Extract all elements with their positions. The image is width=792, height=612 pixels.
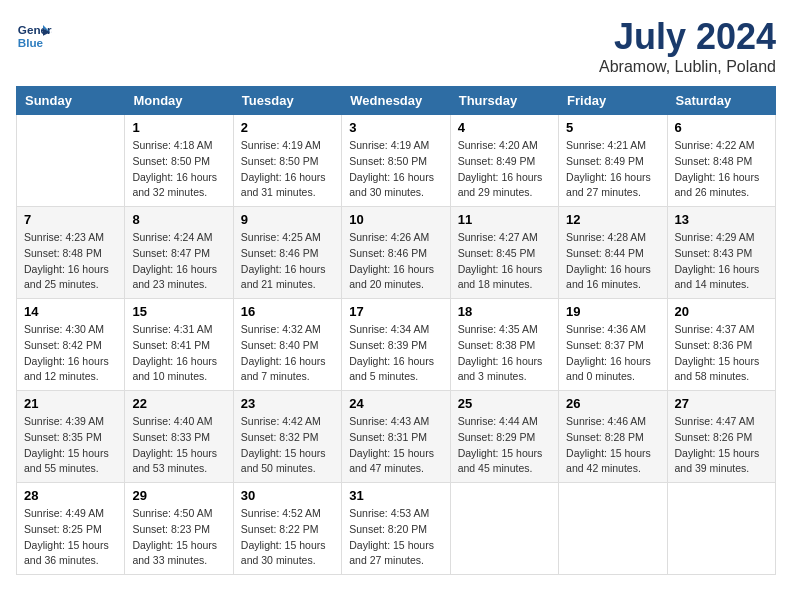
cell-info: Sunrise: 4:31 AMSunset: 8:41 PMDaylight:… — [132, 322, 225, 385]
cell-info: Sunrise: 4:18 AMSunset: 8:50 PMDaylight:… — [132, 138, 225, 201]
cell-info: Sunrise: 4:32 AMSunset: 8:40 PMDaylight:… — [241, 322, 334, 385]
column-header-wednesday: Wednesday — [342, 87, 450, 115]
calendar-cell: 14Sunrise: 4:30 AMSunset: 8:42 PMDayligh… — [17, 299, 125, 391]
cell-info: Sunrise: 4:27 AMSunset: 8:45 PMDaylight:… — [458, 230, 551, 293]
cell-info: Sunrise: 4:29 AMSunset: 8:43 PMDaylight:… — [675, 230, 768, 293]
main-title: July 2024 — [599, 16, 776, 58]
week-row-5: 28Sunrise: 4:49 AMSunset: 8:25 PMDayligh… — [17, 483, 776, 575]
cell-info: Sunrise: 4:43 AMSunset: 8:31 PMDaylight:… — [349, 414, 442, 477]
calendar-cell: 4Sunrise: 4:20 AMSunset: 8:49 PMDaylight… — [450, 115, 558, 207]
cell-info: Sunrise: 4:36 AMSunset: 8:37 PMDaylight:… — [566, 322, 659, 385]
cell-info: Sunrise: 4:46 AMSunset: 8:28 PMDaylight:… — [566, 414, 659, 477]
calendar-cell — [667, 483, 775, 575]
cell-info: Sunrise: 4:44 AMSunset: 8:29 PMDaylight:… — [458, 414, 551, 477]
date-number: 5 — [566, 120, 659, 135]
date-number: 24 — [349, 396, 442, 411]
date-number: 1 — [132, 120, 225, 135]
date-number: 20 — [675, 304, 768, 319]
cell-info: Sunrise: 4:39 AMSunset: 8:35 PMDaylight:… — [24, 414, 117, 477]
calendar-cell: 2Sunrise: 4:19 AMSunset: 8:50 PMDaylight… — [233, 115, 341, 207]
calendar-cell: 17Sunrise: 4:34 AMSunset: 8:39 PMDayligh… — [342, 299, 450, 391]
cell-info: Sunrise: 4:20 AMSunset: 8:49 PMDaylight:… — [458, 138, 551, 201]
cell-info: Sunrise: 4:19 AMSunset: 8:50 PMDaylight:… — [349, 138, 442, 201]
cell-info: Sunrise: 4:21 AMSunset: 8:49 PMDaylight:… — [566, 138, 659, 201]
calendar-cell: 23Sunrise: 4:42 AMSunset: 8:32 PMDayligh… — [233, 391, 341, 483]
calendar-table: SundayMondayTuesdayWednesdayThursdayFrid… — [16, 86, 776, 575]
header: General Blue July 2024 Abramow, Lublin, … — [16, 16, 776, 76]
date-number: 25 — [458, 396, 551, 411]
svg-text:Blue: Blue — [18, 36, 44, 49]
date-number: 2 — [241, 120, 334, 135]
cell-info: Sunrise: 4:53 AMSunset: 8:20 PMDaylight:… — [349, 506, 442, 569]
cell-info: Sunrise: 4:37 AMSunset: 8:36 PMDaylight:… — [675, 322, 768, 385]
date-number: 19 — [566, 304, 659, 319]
week-row-1: 1Sunrise: 4:18 AMSunset: 8:50 PMDaylight… — [17, 115, 776, 207]
calendar-cell — [559, 483, 667, 575]
calendar-cell: 19Sunrise: 4:36 AMSunset: 8:37 PMDayligh… — [559, 299, 667, 391]
calendar-cell: 6Sunrise: 4:22 AMSunset: 8:48 PMDaylight… — [667, 115, 775, 207]
week-row-3: 14Sunrise: 4:30 AMSunset: 8:42 PMDayligh… — [17, 299, 776, 391]
column-header-tuesday: Tuesday — [233, 87, 341, 115]
calendar-cell: 18Sunrise: 4:35 AMSunset: 8:38 PMDayligh… — [450, 299, 558, 391]
date-number: 27 — [675, 396, 768, 411]
calendar-cell: 25Sunrise: 4:44 AMSunset: 8:29 PMDayligh… — [450, 391, 558, 483]
calendar-cell: 13Sunrise: 4:29 AMSunset: 8:43 PMDayligh… — [667, 207, 775, 299]
calendar-cell: 24Sunrise: 4:43 AMSunset: 8:31 PMDayligh… — [342, 391, 450, 483]
date-number: 9 — [241, 212, 334, 227]
calendar-cell: 15Sunrise: 4:31 AMSunset: 8:41 PMDayligh… — [125, 299, 233, 391]
calendar-cell — [17, 115, 125, 207]
cell-info: Sunrise: 4:26 AMSunset: 8:46 PMDaylight:… — [349, 230, 442, 293]
calendar-cell: 10Sunrise: 4:26 AMSunset: 8:46 PMDayligh… — [342, 207, 450, 299]
calendar-cell: 21Sunrise: 4:39 AMSunset: 8:35 PMDayligh… — [17, 391, 125, 483]
date-number: 21 — [24, 396, 117, 411]
date-number: 14 — [24, 304, 117, 319]
cell-info: Sunrise: 4:30 AMSunset: 8:42 PMDaylight:… — [24, 322, 117, 385]
date-number: 15 — [132, 304, 225, 319]
calendar-cell: 11Sunrise: 4:27 AMSunset: 8:45 PMDayligh… — [450, 207, 558, 299]
cell-info: Sunrise: 4:25 AMSunset: 8:46 PMDaylight:… — [241, 230, 334, 293]
calendar-cell: 26Sunrise: 4:46 AMSunset: 8:28 PMDayligh… — [559, 391, 667, 483]
cell-info: Sunrise: 4:28 AMSunset: 8:44 PMDaylight:… — [566, 230, 659, 293]
date-number: 22 — [132, 396, 225, 411]
date-number: 13 — [675, 212, 768, 227]
date-number: 6 — [675, 120, 768, 135]
week-row-2: 7Sunrise: 4:23 AMSunset: 8:48 PMDaylight… — [17, 207, 776, 299]
column-header-friday: Friday — [559, 87, 667, 115]
cell-info: Sunrise: 4:19 AMSunset: 8:50 PMDaylight:… — [241, 138, 334, 201]
column-header-sunday: Sunday — [17, 87, 125, 115]
calendar-cell: 9Sunrise: 4:25 AMSunset: 8:46 PMDaylight… — [233, 207, 341, 299]
header-row: SundayMondayTuesdayWednesdayThursdayFrid… — [17, 87, 776, 115]
date-number: 3 — [349, 120, 442, 135]
calendar-cell: 8Sunrise: 4:24 AMSunset: 8:47 PMDaylight… — [125, 207, 233, 299]
date-number: 26 — [566, 396, 659, 411]
calendar-cell: 1Sunrise: 4:18 AMSunset: 8:50 PMDaylight… — [125, 115, 233, 207]
title-area: July 2024 Abramow, Lublin, Poland — [599, 16, 776, 76]
cell-info: Sunrise: 4:49 AMSunset: 8:25 PMDaylight:… — [24, 506, 117, 569]
date-number: 12 — [566, 212, 659, 227]
cell-info: Sunrise: 4:50 AMSunset: 8:23 PMDaylight:… — [132, 506, 225, 569]
date-number: 18 — [458, 304, 551, 319]
date-number: 7 — [24, 212, 117, 227]
calendar-cell: 29Sunrise: 4:50 AMSunset: 8:23 PMDayligh… — [125, 483, 233, 575]
calendar-cell: 28Sunrise: 4:49 AMSunset: 8:25 PMDayligh… — [17, 483, 125, 575]
date-number: 11 — [458, 212, 551, 227]
column-header-thursday: Thursday — [450, 87, 558, 115]
cell-info: Sunrise: 4:22 AMSunset: 8:48 PMDaylight:… — [675, 138, 768, 201]
date-number: 30 — [241, 488, 334, 503]
cell-info: Sunrise: 4:40 AMSunset: 8:33 PMDaylight:… — [132, 414, 225, 477]
date-number: 16 — [241, 304, 334, 319]
logo-icon: General Blue — [16, 16, 52, 52]
cell-info: Sunrise: 4:35 AMSunset: 8:38 PMDaylight:… — [458, 322, 551, 385]
calendar-cell: 16Sunrise: 4:32 AMSunset: 8:40 PMDayligh… — [233, 299, 341, 391]
calendar-cell: 22Sunrise: 4:40 AMSunset: 8:33 PMDayligh… — [125, 391, 233, 483]
calendar-cell: 3Sunrise: 4:19 AMSunset: 8:50 PMDaylight… — [342, 115, 450, 207]
week-row-4: 21Sunrise: 4:39 AMSunset: 8:35 PMDayligh… — [17, 391, 776, 483]
calendar-cell — [450, 483, 558, 575]
calendar-cell: 12Sunrise: 4:28 AMSunset: 8:44 PMDayligh… — [559, 207, 667, 299]
date-number: 17 — [349, 304, 442, 319]
calendar-cell: 5Sunrise: 4:21 AMSunset: 8:49 PMDaylight… — [559, 115, 667, 207]
date-number: 8 — [132, 212, 225, 227]
subtitle: Abramow, Lublin, Poland — [599, 58, 776, 76]
calendar-cell: 30Sunrise: 4:52 AMSunset: 8:22 PMDayligh… — [233, 483, 341, 575]
calendar-cell: 27Sunrise: 4:47 AMSunset: 8:26 PMDayligh… — [667, 391, 775, 483]
